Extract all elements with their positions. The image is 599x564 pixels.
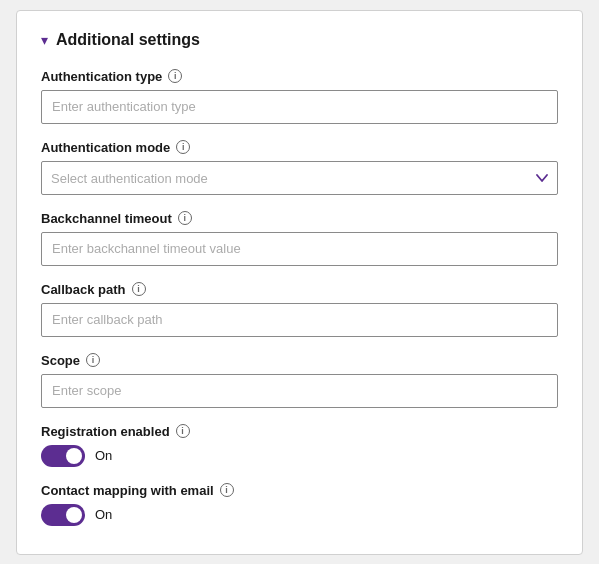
authentication-mode-select-wrapper: Select authentication mode [41, 161, 558, 195]
toggle-thumb [66, 507, 82, 523]
authentication-type-field: Authentication type i [41, 69, 558, 124]
contact-mapping-info-icon[interactable]: i [220, 483, 234, 497]
backchannel-timeout-info-icon[interactable]: i [178, 211, 192, 225]
contact-mapping-label: Contact mapping with email i [41, 483, 558, 498]
authentication-mode-field: Authentication mode i Select authenticat… [41, 140, 558, 195]
contact-mapping-toggle-group: On [41, 504, 558, 526]
authentication-type-label: Authentication type i [41, 69, 558, 84]
authentication-type-input[interactable] [41, 90, 558, 124]
backchannel-timeout-label: Backchannel timeout i [41, 211, 558, 226]
contact-mapping-field: Contact mapping with email i On [41, 483, 558, 526]
authentication-mode-select[interactable] [41, 161, 558, 195]
contact-mapping-toggle-label: On [95, 507, 112, 522]
registration-enabled-field: Registration enabled i On [41, 424, 558, 467]
section-header: ▾ Additional settings [41, 31, 558, 49]
callback-path-info-icon[interactable]: i [132, 282, 146, 296]
contact-mapping-toggle[interactable] [41, 504, 85, 526]
registration-enabled-toggle-label: On [95, 448, 112, 463]
backchannel-timeout-field: Backchannel timeout i [41, 211, 558, 266]
callback-path-label: Callback path i [41, 282, 558, 297]
scope-field: Scope i [41, 353, 558, 408]
section-title: Additional settings [56, 31, 200, 49]
additional-settings-card: ▾ Additional settings Authentication typ… [16, 10, 583, 555]
callback-path-field: Callback path i [41, 282, 558, 337]
authentication-mode-label: Authentication mode i [41, 140, 558, 155]
authentication-type-info-icon[interactable]: i [168, 69, 182, 83]
scope-label: Scope i [41, 353, 558, 368]
callback-path-input[interactable] [41, 303, 558, 337]
scope-info-icon[interactable]: i [86, 353, 100, 367]
registration-enabled-toggle[interactable] [41, 445, 85, 467]
registration-enabled-label: Registration enabled i [41, 424, 558, 439]
registration-enabled-toggle-group: On [41, 445, 558, 467]
toggle-thumb [66, 448, 82, 464]
registration-enabled-info-icon[interactable]: i [176, 424, 190, 438]
collapse-chevron-icon[interactable]: ▾ [41, 32, 48, 48]
toggle-track [41, 504, 85, 526]
backchannel-timeout-input[interactable] [41, 232, 558, 266]
authentication-mode-info-icon[interactable]: i [176, 140, 190, 154]
scope-input[interactable] [41, 374, 558, 408]
toggle-track [41, 445, 85, 467]
